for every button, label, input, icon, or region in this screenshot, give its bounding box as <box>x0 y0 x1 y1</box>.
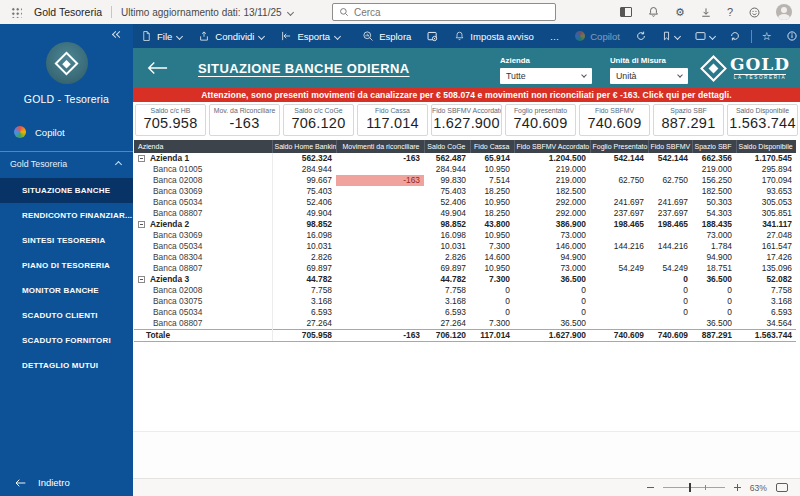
zoom-slider[interactable] <box>663 483 725 492</box>
sidebar-group-header[interactable]: Gold Tesoreria <box>0 152 133 176</box>
share-menu[interactable]: Condividi <box>190 24 272 48</box>
table-row[interactable]: Banca 0503410.03110.0317.300146.000144.2… <box>134 241 796 252</box>
view-menu[interactable] <box>687 24 722 48</box>
table-row[interactable]: Banca 0200899.667-16399.8307.514219.0006… <box>134 175 796 186</box>
column-header[interactable]: Spazio SBF <box>692 140 736 153</box>
sidebar-item-piano-di-tesoreria[interactable]: PIANO DI TESORERIA <box>0 253 133 278</box>
notifications-bell-icon[interactable] <box>647 5 660 19</box>
column-header[interactable]: Foglio Presentato <box>590 140 648 153</box>
column-header[interactable]: Saldo Home Banking <box>272 140 336 153</box>
cell: 0 <box>470 285 514 296</box>
sidebar-item-sintesi-tesoreria[interactable]: SINTESI TESORERIA <box>0 228 133 253</box>
sidebar-item-dettaglio-mutui[interactable]: DETTAGLIO MUTUI <box>0 353 133 378</box>
collapse-expander-icon[interactable] <box>138 276 145 283</box>
cell <box>336 296 424 307</box>
bookmarks-menu[interactable] <box>654 24 687 48</box>
table-row[interactable]: Banca 0880727.26427.2647.30036.50036.500… <box>134 318 796 330</box>
row-label: Banca 08807 <box>134 318 272 330</box>
bookmark-icon <box>661 30 672 42</box>
table-row[interactable]: Banca 020087.7587.75800007.758 <box>134 285 796 296</box>
sidebar-item-scaduto-fornitori[interactable]: SCADUTO FORNITORI <box>0 328 133 353</box>
table-row[interactable]: Banca 0306916.09816.09810.95073.00073.00… <box>134 230 796 241</box>
sidebar-item-scaduto-clienti[interactable]: SCADUTO CLIENTI <box>0 303 133 328</box>
zoom-out-icon[interactable] <box>647 484 654 491</box>
user-avatar[interactable] <box>776 4 792 20</box>
collapse-expander-icon[interactable] <box>138 155 145 162</box>
zoom-in-icon[interactable] <box>734 484 741 491</box>
fit-to-page-icon[interactable] <box>776 483 788 492</box>
table-row[interactable]: Banca 0306975.40375.40318.250182.500182.… <box>134 186 796 197</box>
cell: 117.014 <box>470 330 514 342</box>
table-row[interactable]: Banca 083042.8262.82614.60094.90094.9001… <box>134 252 796 263</box>
table-row[interactable]: Banca 0503452.40652.40610.950292.000241.… <box>134 197 796 208</box>
settings-gear-icon[interactable]: ⚙ <box>675 7 685 18</box>
more-options-button[interactable]: … <box>542 24 568 48</box>
app-title[interactable]: Gold Tesoreria <box>34 6 102 18</box>
copilot-button[interactable]: Copilot <box>567 24 628 48</box>
cell: 284.944 <box>424 164 470 175</box>
back-arrow-icon <box>14 478 26 488</box>
collapse-sidebar-icon[interactable] <box>112 30 124 40</box>
column-header[interactable]: Saldo CoGe <box>424 140 470 153</box>
cell: 75.403 <box>424 186 470 197</box>
set-alert-button[interactable]: Imposta avviso <box>446 24 541 48</box>
data-updated-dropdown[interactable]: Ultimo aggiornamento dati: 13/11/25 <box>121 7 292 18</box>
cell <box>590 252 648 263</box>
table-row[interactable]: Banca 0880769.89769.89710.95073.00054.24… <box>134 263 796 274</box>
sidebar-item-situazione-banche[interactable]: SITUAZIONE BANCHE <box>0 178 133 203</box>
help-icon[interactable]: ? <box>727 7 733 18</box>
side-pane-icon[interactable] <box>620 7 632 17</box>
page-back-button[interactable] <box>146 60 168 76</box>
favorite-star-icon[interactable]: ☆ <box>755 24 779 48</box>
file-menu[interactable]: File <box>133 24 190 48</box>
cell: 36.500 <box>692 318 736 330</box>
azienda-dropdown[interactable]: Tutte <box>500 68 592 84</box>
cell: 170.094 <box>736 175 796 186</box>
search-input[interactable] <box>354 7 549 18</box>
info-icon[interactable] <box>779 24 800 48</box>
cell: 65.914 <box>470 153 514 164</box>
kpi-value: 706.120 <box>284 115 353 131</box>
table-row[interactable]: Banca 050346.5936.59300006.593 <box>134 307 796 318</box>
cell: 188.435 <box>692 219 736 230</box>
sidebar-item-rendiconto-finanziar[interactable]: RENDICONTO FINANZIAR... <box>0 203 133 228</box>
column-header[interactable]: Fido Cassa <box>470 140 514 153</box>
alert-bell-icon <box>454 30 465 42</box>
table-row[interactable]: Banca 0880749.90449.90418.250292.000237.… <box>134 208 796 219</box>
sidebar-item-copilot[interactable]: Copilot <box>0 122 133 142</box>
sidebar-item-monitor-banche[interactable]: MONITOR BANCHE <box>0 278 133 303</box>
alert-banner[interactable]: Attenzione, sono presenti movimenti da c… <box>133 88 800 102</box>
metrics-icon[interactable] <box>419 24 446 48</box>
back-button[interactable]: Indietro <box>0 477 133 488</box>
table-row[interactable]: Azienda 344.78244.7827.30036.500036.5005… <box>134 274 796 285</box>
column-header[interactable]: Fido SBFMV <box>648 140 692 153</box>
column-header[interactable]: Movimenti da riconciliare <box>336 140 424 153</box>
kpi-card: Mov. da Riconciliare-163 <box>209 104 280 136</box>
more-icon: … <box>550 31 560 42</box>
table-row[interactable]: Azienda 298.85298.85243.800386.900198.46… <box>134 219 796 230</box>
table-row[interactable]: Azienda 1562.324-163562.48765.9141.204.5… <box>134 153 796 164</box>
reset-view-icon[interactable] <box>628 24 654 48</box>
row-label: Banca 05034 <box>134 197 272 208</box>
cell: 10.950 <box>470 263 514 274</box>
cell: 241.697 <box>648 197 692 208</box>
column-header[interactable]: Azienda <box>134 140 272 153</box>
copilot-icon <box>575 31 585 41</box>
column-header[interactable]: Saldo Disponibile <box>736 140 796 153</box>
cell: 0 <box>470 307 514 318</box>
waffle-menu-icon[interactable] <box>11 7 22 18</box>
column-header[interactable]: Fido SBFMV Accordato <box>514 140 590 153</box>
search-icon <box>339 7 349 17</box>
cell: 44.782 <box>272 274 336 285</box>
cell: 0 <box>648 285 692 296</box>
feedback-icon[interactable] <box>748 6 761 19</box>
table-row[interactable]: Banca 01005284.944284.94410.950219.00021… <box>134 164 796 175</box>
search-box[interactable] <box>332 3 556 21</box>
refresh-icon[interactable] <box>722 24 748 48</box>
collapse-expander-icon[interactable] <box>138 221 145 228</box>
download-icon[interactable] <box>700 6 712 19</box>
table-row[interactable]: Banca 030753.1683.16800003.168 <box>134 296 796 307</box>
unita-dropdown[interactable]: Unità <box>610 68 688 84</box>
explore-button[interactable]: Esplora <box>354 24 419 48</box>
export-menu[interactable]: Esporta <box>272 24 348 48</box>
